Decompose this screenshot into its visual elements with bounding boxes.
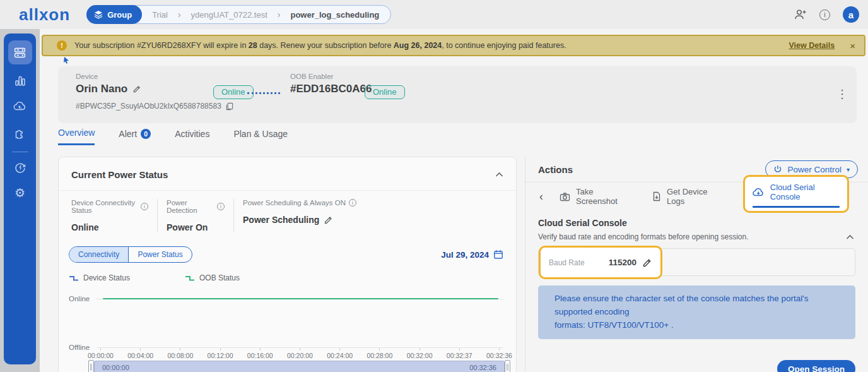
edit-baud-rate-icon[interactable]: [642, 258, 652, 268]
console-section-title: Cloud Serial Console: [538, 218, 855, 228]
close-icon[interactable]: ×: [850, 40, 855, 51]
oob-enabler-id: #EDD16BC0A66: [290, 83, 372, 95]
y-label-online: Online: [69, 295, 90, 303]
layers-icon: [94, 10, 103, 19]
gear-icon: ⚙: [15, 187, 25, 199]
breadcrumb-item-trial[interactable]: Trial: [152, 10, 168, 20]
topbar-actions: i a: [794, 6, 859, 23]
nav-take-screenshot[interactable]: Take Screenshot: [560, 187, 631, 206]
power-status-card-title: Current Power Status: [71, 169, 168, 180]
nav-cloud-serial-console[interactable]: Cloud Serial Console: [753, 183, 840, 201]
bar-chart-icon: [14, 75, 26, 87]
oob-status-badge: Online: [365, 85, 405, 99]
cloud-icon: [753, 188, 765, 196]
info-icon[interactable]: i: [141, 203, 148, 210]
oob-status-line: [103, 298, 498, 299]
edit-power-scheduling-icon[interactable]: [324, 215, 333, 225]
copy-icon[interactable]: [225, 102, 233, 111]
sidebar-item-ota-updates[interactable]: [8, 156, 32, 180]
puzzle-icon: [14, 126, 26, 139]
chevron-right-icon: ›: [178, 9, 181, 20]
encoding-notice-line1: Please ensure the character set of the c…: [554, 292, 845, 318]
sidebar-item-plugins[interactable]: [8, 121, 32, 145]
sidebar-item-settings[interactable]: ⚙: [8, 181, 32, 205]
oob-status-legend-icon: [185, 275, 195, 282]
warning-icon: !: [57, 40, 67, 51]
file-download-icon: [652, 191, 661, 201]
info-icon[interactable]: i: [217, 203, 225, 210]
power-detection-label: Power Detection: [167, 199, 214, 214]
collapse-chevron-up-icon[interactable]: [846, 234, 854, 240]
toggle-connectivity[interactable]: Connectivity: [69, 247, 129, 262]
open-session-button[interactable]: Open Session: [777, 360, 855, 372]
device-status-legend-icon: [69, 275, 79, 282]
power-scheduling-value: Power Scheduling: [243, 215, 319, 225]
chevron-left-icon[interactable]: ‹: [539, 190, 543, 203]
subscription-banner-text: Your subscription #ZYU6RD268XFY will exp…: [74, 41, 566, 50]
power-icon: [773, 165, 782, 174]
baud-rate-highlight: Baud Rate 115200: [539, 246, 662, 279]
device-summary-card: Device Orin Nano #BPWC35P_SsuylAObU2kIxQ…: [58, 66, 857, 123]
slider-end-time: 00:32:36: [469, 364, 496, 371]
nav-get-device-logs[interactable]: Get Device Logs: [652, 187, 722, 206]
divider: [233, 199, 234, 232]
tab-overview[interactable]: Overview: [58, 128, 95, 145]
power-status-columns: Device Connectivity Statusi Online Power…: [59, 191, 516, 241]
device-tabs: Overview Alert0 Activities Plan & Usage: [58, 128, 288, 145]
slider-right-handle[interactable]: [505, 360, 510, 372]
calendar-icon: [493, 249, 503, 260]
sidebar-item-analytics[interactable]: [8, 69, 32, 93]
device-label: Device: [76, 73, 98, 80]
active-tab-underline: [753, 206, 840, 208]
encoding-notice: Please ensure the character set of the c…: [538, 285, 855, 339]
encoding-notice-line2: formats: UTF8/VT100/VT100+ .: [554, 318, 845, 332]
baud-rate-label: Baud Rate: [549, 258, 585, 267]
tab-alert[interactable]: Alert0: [119, 128, 151, 145]
connectivity-status-label: Device Connectivity Status: [71, 199, 138, 214]
oob-status-legend-label: OOB Status: [199, 273, 240, 282]
toggle-power-status[interactable]: Power Status: [129, 247, 191, 262]
time-range-slider[interactable]: 00:00:00 00:32:36: [94, 361, 505, 372]
device-name: Orin Nano: [76, 83, 127, 95]
baud-rate-value: 115200: [609, 258, 636, 267]
chart-legend: Device Status OOB Status: [59, 263, 516, 282]
caret-down-icon: ▾: [847, 166, 850, 173]
breadcrumb-item-ydenguat[interactable]: ydengUAT_0722.test: [191, 10, 267, 20]
chevron-right-icon: ›: [278, 9, 281, 20]
date-picker[interactable]: Jul 29, 2024: [441, 249, 503, 260]
sidebar: ⚙: [4, 33, 36, 364]
breadcrumb-group-pill[interactable]: Group: [86, 5, 142, 24]
tab-activities[interactable]: Activities: [175, 128, 209, 145]
collapse-chevron-up-icon[interactable]: [495, 172, 503, 177]
chart-date: Jul 29, 2024: [441, 250, 489, 260]
breadcrumb: Group Trial › ydengUAT_0722.test › power…: [86, 5, 391, 24]
top-bar: allxon Group Trial › ydengUAT_0722.test …: [0, 0, 868, 29]
edit-device-name-icon[interactable]: [132, 85, 141, 93]
x-axis-ticks: 00:00:00 00:04:00 00:08:00 00:12:00 00:1…: [88, 348, 512, 359]
divider: [157, 199, 158, 232]
info-icon[interactable]: i: [349, 199, 356, 207]
cloud-sync-icon: [13, 100, 26, 112]
current-power-status-card: Current Power Status Device Connectivity…: [58, 157, 517, 372]
kebab-menu-icon[interactable]: ⋮: [836, 87, 845, 101]
breadcrumb-group-label: Group: [107, 10, 132, 20]
baud-rate-row: Baud Rate 115200: [538, 248, 855, 276]
sidebar-item-cloud-services[interactable]: [8, 94, 32, 118]
add-user-icon[interactable]: [794, 9, 807, 20]
camera-icon: [560, 192, 570, 201]
avatar[interactable]: a: [843, 6, 859, 23]
slider-left-handle[interactable]: [88, 360, 94, 372]
tab-plan-usage[interactable]: Plan & Usage: [233, 128, 288, 145]
view-details-link[interactable]: View Details: [789, 41, 835, 50]
console-subtitle: Verify baud rate and encoding formats be…: [538, 232, 749, 241]
slider-start-time: 00:00:00: [102, 364, 129, 371]
nav-cloud-serial-console-highlight: Cloud Serial Console: [743, 175, 849, 213]
cloud-serial-console-section: Cloud Serial Console Verify baud rate an…: [525, 210, 868, 372]
info-icon[interactable]: i: [819, 9, 830, 20]
sidebar-item-devices[interactable]: [8, 40, 32, 64]
sidebar-divider: [12, 152, 28, 152]
connectivity-chart: Online Offline 00:00:00 00:04:00 00:08:0…: [69, 285, 505, 372]
y-label-offline: Offline: [69, 344, 90, 351]
power-detection-value: Power On: [167, 222, 225, 232]
actions-nav: ‹ Take Screenshot Get Device Logs Clo: [525, 183, 868, 210]
